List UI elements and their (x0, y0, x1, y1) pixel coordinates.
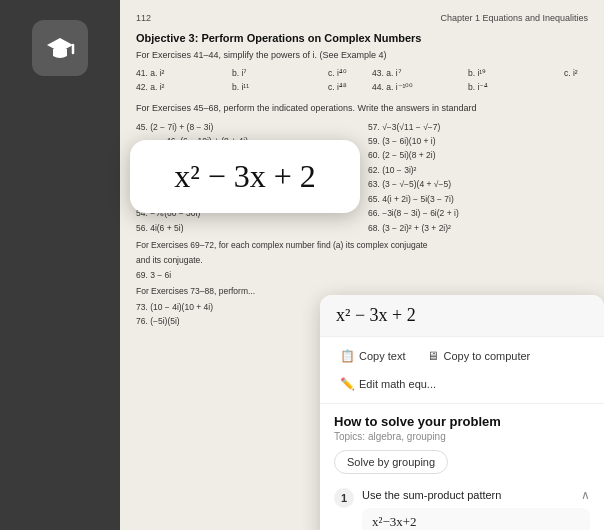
copy-text-label: Copy text (359, 350, 405, 362)
copy-computer-label: Copy to computer (443, 350, 530, 362)
copy-text-button[interactable]: 📋 Copy text (332, 345, 413, 367)
step-content: Use the sum-product pattern ∧ x²−3x+2 (362, 488, 590, 530)
copy-text-icon: 📋 (340, 349, 355, 363)
solve-section: How to solve your problem Topics: algebr… (320, 404, 604, 530)
sidebar-icon-btn[interactable] (32, 20, 88, 76)
chapter-title: Chapter 1 Equations and Inequalities (440, 12, 588, 26)
solve-title: How to solve your problem (334, 414, 590, 429)
copy-computer-button[interactable]: 🖥 Copy to computer (419, 345, 538, 367)
sidebar (0, 0, 120, 530)
section2-label: For Exercises 45–68, perform the indicat… (136, 102, 588, 116)
edit-math-label: Edit math equ... (359, 378, 436, 390)
step-row: 1 Use the sum-product pattern ∧ x²−3x+2 (334, 488, 590, 530)
edit-math-icon: ✏️ (340, 377, 355, 391)
copy-computer-icon: 🖥 (427, 349, 439, 363)
edit-math-button[interactable]: ✏️ Edit math equ... (332, 373, 444, 395)
step-label: Use the sum-product pattern (362, 489, 501, 501)
result-panel: x² − 3x + 2 📋 Copy text 🖥 Copy to comput… (320, 295, 604, 530)
graduation-cap-icon (45, 33, 75, 63)
solve-by-grouping-label: Solve by grouping (347, 456, 435, 468)
formula-display: x² − 3x + 2 (174, 158, 316, 195)
step-formula: x²−3x+2 (362, 508, 590, 530)
objective-subtitle: For Exercises 41–44, simplify the powers… (136, 49, 588, 63)
result-formula: x² − 3x + 2 (320, 295, 604, 337)
objective-title: Objective 3: Perform Operations on Compl… (136, 30, 588, 47)
result-actions: 📋 Copy text 🖥 Copy to computer ✏️ Edit m… (320, 337, 604, 404)
solve-topics: Topics: algebra, grouping (334, 431, 590, 442)
solve-by-grouping-button[interactable]: Solve by grouping (334, 450, 448, 474)
chevron-up-icon: ∧ (581, 488, 590, 502)
page-number: 112 (136, 12, 151, 26)
step-number: 1 (334, 488, 354, 508)
formula-overlay: x² − 3x + 2 (130, 140, 360, 213)
